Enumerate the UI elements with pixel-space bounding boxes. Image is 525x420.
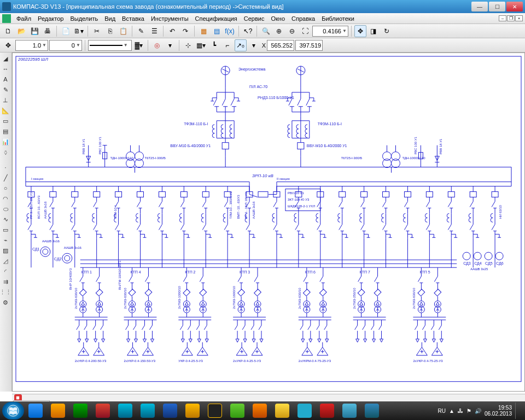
round-button[interactable]: ↗₀ xyxy=(235,39,247,51)
zoom-value[interactable] xyxy=(314,28,341,34)
measure-tool[interactable]: 📐 xyxy=(0,106,11,115)
select-tool[interactable]: ▭ xyxy=(0,116,11,126)
color-button[interactable]: ▓▾ xyxy=(133,39,145,51)
task-chrome[interactable] xyxy=(271,402,293,419)
redo-button[interactable]: ↷ xyxy=(179,25,191,37)
line-tool[interactable]: ╱ xyxy=(0,173,11,183)
mdi-close-button[interactable]: × xyxy=(515,15,523,21)
task-app5[interactable] xyxy=(204,402,226,419)
assembly-tool[interactable]: ⚙ xyxy=(0,298,11,307)
print-button[interactable]: 🖶 xyxy=(42,25,54,37)
linewidth-combo[interactable]: ▼ xyxy=(15,40,48,51)
rect-tool[interactable]: ▭ xyxy=(0,225,11,235)
zoom-in-button[interactable]: ⊕ xyxy=(273,25,285,37)
text-tool[interactable]: A xyxy=(0,74,11,84)
task-utorrent[interactable] xyxy=(226,402,248,419)
tray-flag-icon[interactable]: ▲ xyxy=(449,408,454,414)
zoom-combo[interactable]: ▼ xyxy=(312,26,348,37)
pan-button[interactable]: ✥ xyxy=(354,25,366,37)
zoom-frame-button[interactable]: 🔍 xyxy=(260,25,272,37)
prev-view-button[interactable]: ◨ xyxy=(368,25,380,37)
point-tool[interactable]: · xyxy=(0,162,11,172)
grid-button[interactable]: ▦▾ xyxy=(195,39,207,51)
mdi-min-button[interactable]: – xyxy=(499,15,506,21)
coord-y[interactable] xyxy=(295,40,323,51)
open-button[interactable]: 📂 xyxy=(15,25,27,37)
circle-tool[interactable]: ○ xyxy=(0,183,11,193)
layers-button[interactable]: ▤ xyxy=(211,25,223,37)
menu-view[interactable]: Вид xyxy=(101,15,119,22)
task-app7[interactable] xyxy=(339,402,360,419)
copy-button[interactable]: ⎘ xyxy=(104,25,116,37)
task-app4[interactable] xyxy=(182,402,203,419)
cursor-button[interactable]: ✥ xyxy=(2,39,14,51)
task-explorer[interactable] xyxy=(47,402,69,419)
task-skype[interactable] xyxy=(137,402,159,419)
help-cursor-button[interactable]: ↖? xyxy=(242,25,254,37)
report-tool[interactable]: 📊 xyxy=(0,137,11,147)
polyline-tool[interactable]: ⌁ xyxy=(0,235,11,245)
show-desktop-button[interactable] xyxy=(515,402,520,419)
menu-spec[interactable]: Спецификация xyxy=(192,15,241,22)
minimize-button[interactable]: — xyxy=(471,2,488,11)
task-app1[interactable] xyxy=(92,402,114,419)
linestyle-combo[interactable]: ▼ xyxy=(88,40,132,51)
chamfer-tool[interactable]: ◿ xyxy=(0,256,11,266)
tray-lang[interactable]: RU xyxy=(438,408,446,414)
task-ie[interactable] xyxy=(25,402,46,419)
snap-button[interactable]: ◎ xyxy=(151,39,163,51)
edit-tool[interactable]: ✎ xyxy=(0,85,11,95)
ortho-button[interactable]: ┗ xyxy=(208,39,220,51)
polar-button[interactable]: ⌐ xyxy=(221,39,234,51)
refresh-button[interactable]: ↻ xyxy=(381,25,393,37)
brush-button[interactable]: ✎ xyxy=(135,25,147,37)
menu-help[interactable]: Справка xyxy=(288,15,318,22)
save-button[interactable]: 💾 xyxy=(28,25,40,37)
vars-button[interactable]: f(x) xyxy=(224,25,236,37)
tray-net-icon[interactable]: 🖧 xyxy=(458,408,463,414)
task-excel[interactable] xyxy=(69,402,91,419)
snap-menu[interactable]: ▾ xyxy=(164,39,176,51)
undo-button[interactable]: ↶ xyxy=(166,25,178,37)
menu-lib[interactable]: Библиотеки xyxy=(318,15,358,22)
spline-tool[interactable]: ∿ xyxy=(0,214,11,224)
menu-window[interactable]: Окно xyxy=(267,15,288,22)
menu-insert[interactable]: Вставка xyxy=(119,15,148,22)
cut-button[interactable]: ✂ xyxy=(91,25,103,37)
task-app3[interactable] xyxy=(159,402,181,419)
tray-clock[interactable]: 19:5306.02.2013 xyxy=(485,405,512,417)
close-button[interactable]: ✕ xyxy=(506,2,523,11)
doc-dropdown[interactable]: 🗎▾ xyxy=(73,25,85,37)
props-button[interactable]: ☰ xyxy=(148,25,160,37)
paste-button[interactable]: 📋 xyxy=(117,25,129,37)
tray-action-icon[interactable]: ⚑ xyxy=(466,408,471,414)
task-app2[interactable] xyxy=(114,402,136,419)
insert-tool[interactable]: ⎀ xyxy=(0,147,11,157)
start-button[interactable] xyxy=(2,402,24,419)
spec-tool[interactable]: ▤ xyxy=(0,126,11,136)
hatch-tool[interactable]: ▨ xyxy=(0,246,11,255)
offset-tool[interactable]: ⇉ xyxy=(0,277,11,287)
task-kompas[interactable] xyxy=(361,402,383,419)
menu-file[interactable]: Файл xyxy=(13,15,34,22)
menu-service[interactable]: Сервис xyxy=(241,15,268,22)
task-firefox[interactable] xyxy=(249,402,271,419)
zoom-out-button[interactable]: ⊖ xyxy=(286,25,298,37)
geom-tool[interactable]: ◢ xyxy=(0,54,11,63)
fillet-tool[interactable]: ◜ xyxy=(0,266,11,276)
osnap-button[interactable]: ⊹ xyxy=(182,39,194,51)
coord-x[interactable] xyxy=(267,40,294,51)
zoom-fit-button[interactable]: ⛶ xyxy=(299,25,311,37)
tray-vol-icon[interactable]: 🔊 xyxy=(475,408,481,414)
arc-tool[interactable]: ◠ xyxy=(0,194,11,203)
mdi-restore-button[interactable]: ❐ xyxy=(507,15,515,21)
task-app6[interactable] xyxy=(294,402,316,419)
new-button[interactable]: 🗋 xyxy=(2,25,14,37)
preview-button[interactable]: 📄 xyxy=(60,25,72,37)
manager-button[interactable]: ▦ xyxy=(197,25,209,37)
menu-editor[interactable]: Редактор xyxy=(34,15,67,22)
drawing-canvas[interactable]: .s { stroke:#1919d0; stroke-width:1; fil… xyxy=(12,52,525,392)
param-tool[interactable]: ⊥ xyxy=(0,95,11,105)
menu-select[interactable]: Выделить xyxy=(67,15,101,22)
dim-tool[interactable]: ↔ xyxy=(0,64,11,74)
